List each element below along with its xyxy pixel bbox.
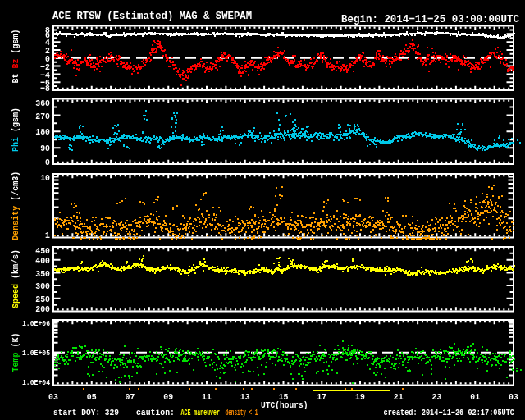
svg-text:17: 17 [317, 391, 326, 402]
svg-text:90: 90 [40, 143, 50, 153]
svg-text:0: 0 [45, 157, 50, 167]
svg-text:−8: −8 [40, 83, 50, 94]
svg-text:ACE maneuver: ACE maneuver [181, 408, 221, 418]
svg-text:Speed (km/s): Speed (km/s) [11, 249, 21, 308]
svg-text:400: 400 [35, 255, 50, 266]
svg-text:23: 23 [432, 391, 442, 402]
svg-text:10: 10 [40, 172, 50, 183]
svg-text:03: 03 [509, 391, 518, 402]
svg-text:start DOY: 329: start DOY: 329 [53, 408, 119, 418]
svg-text:350: 350 [35, 268, 50, 279]
svg-text:1.0E+06: 1.0E+06 [22, 320, 50, 328]
svg-text:270: 270 [35, 111, 50, 121]
svg-text:ACE RTSW (Estimated) MAG & SWE: ACE RTSW (Estimated) MAG & SWEPAM [52, 10, 252, 22]
svg-text:300: 300 [35, 281, 50, 291]
svg-text:Bt Bz (gsm): Bt Bz (gsm) [11, 29, 21, 83]
svg-text:21: 21 [394, 391, 404, 402]
svg-text:09: 09 [163, 391, 173, 402]
svg-text:1.0E+05: 1.0E+05 [22, 349, 50, 358]
svg-text:Phi (gsm): Phi (gsm) [11, 107, 21, 152]
svg-text:13: 13 [240, 391, 250, 402]
svg-text:07: 07 [126, 391, 135, 402]
svg-text:19: 19 [355, 391, 365, 402]
svg-text:density < 1: density < 1 [226, 408, 258, 418]
svg-text:1.0E+04: 1.0E+04 [22, 379, 51, 387]
svg-text:Density (/cm3): Density (/cm3) [11, 171, 21, 240]
svg-text:03: 03 [48, 391, 58, 402]
svg-text:1: 1 [45, 230, 50, 240]
svg-text:200: 200 [35, 304, 50, 314]
svg-text:UTC(hours): UTC(hours) [261, 400, 308, 410]
svg-text:Temp (K): Temp (K) [11, 332, 21, 372]
svg-text:05: 05 [87, 391, 97, 402]
svg-text:01: 01 [470, 391, 480, 402]
svg-text:created: 2014−11−26 02:17:05UT: created: 2014−11−26 02:17:05UTC [384, 408, 515, 418]
svg-text:caution:: caution: [136, 408, 175, 418]
svg-text:250: 250 [35, 294, 50, 304]
svg-text:Begin: 2014−11−25 03:00:00UTC: Begin: 2014−11−25 03:00:00UTC [341, 13, 519, 25]
svg-text:11: 11 [202, 391, 212, 402]
svg-text:180: 180 [35, 126, 50, 137]
svg-text:360: 360 [35, 98, 50, 108]
